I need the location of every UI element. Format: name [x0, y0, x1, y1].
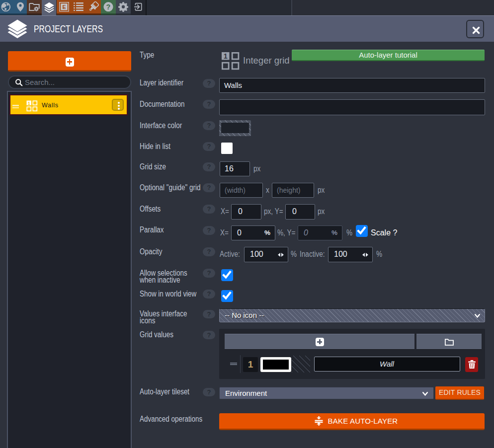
- svg-text:1: 1: [28, 100, 30, 105]
- svg-text:?: ?: [106, 3, 111, 11]
- svg-text:E: E: [62, 4, 66, 10]
- svg-text:1: 1: [224, 52, 228, 60]
